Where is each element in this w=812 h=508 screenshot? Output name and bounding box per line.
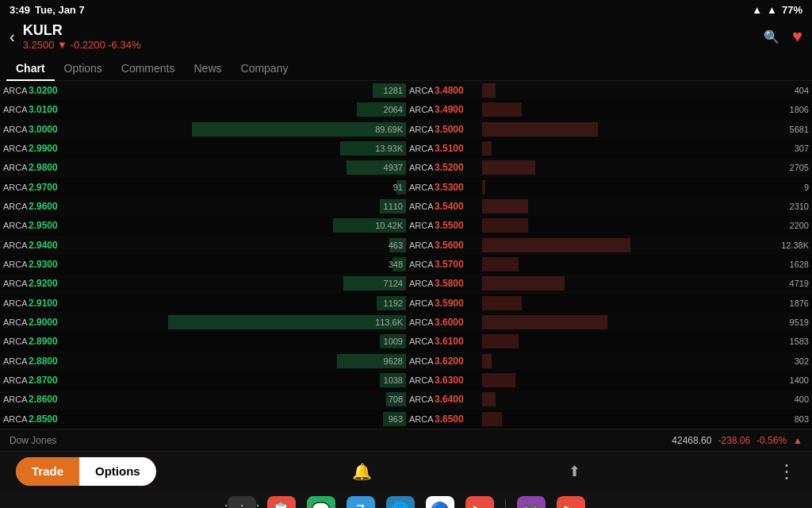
bid-exchange: ARCA [0,86,29,95]
app-chat-icon[interactable]: 💬 [307,496,335,508]
app-purple-icon[interactable]: 🎮 [517,496,546,508]
ask-bar-container: 2705 [482,158,812,177]
app-calendar-icon[interactable]: 7 [347,496,375,508]
app-browser-icon[interactable]: 🌐 [386,496,415,508]
signal-icon: ▲ [752,4,762,16]
bid-side: ARCA 3.0100 2064 [0,100,406,119]
bid-side: ARCA 2.9800 4937 [0,158,406,177]
watchlist-icon[interactable]: ♥ [792,26,802,47]
trade-options-button[interactable]: Trade Options [16,457,156,486]
bid-side: ARCA 3.0000 89.69K [0,120,406,139]
ask-bar [482,334,519,348]
bid-price: 2.9100 [29,298,76,309]
bid-bar-container: 1038 [76,371,406,390]
tab-chart[interactable]: Chart [6,57,55,81]
bid-bar-container: 2064 [76,100,406,119]
bid-side: ARCA 2.9300 348 [0,255,406,274]
ask-price: 3.5700 [435,259,482,270]
tab-options[interactable]: Options [55,57,112,81]
ask-bar [482,238,630,252]
bid-size: 10.42K [375,221,403,230]
bid-price: 2.9300 [29,259,76,270]
bid-exchange: ARCA [0,105,29,114]
order-book-row: ARCA 2.9500 10.42K ARCA 3.5500 2200 [0,216,812,235]
ask-exchange: ARCA [406,86,435,95]
order-book-row: ARCA 2.9700 91 ARCA 3.5300 9 [0,178,812,197]
bid-bar-container: 963 [76,410,406,429]
ask-price: 3.6300 [435,375,482,386]
bid-exchange: ARCA [0,241,29,250]
bid-exchange: ARCA [0,221,29,230]
ticker-price: 3.2500 ▼ -0.2200 -6.34% [23,39,141,51]
bid-exchange: ARCA [0,144,29,153]
back-button[interactable]: ‹ [10,28,15,46]
bid-side: ARCA 2.8700 1038 [0,371,406,390]
dow-value: 42468.60 [672,435,711,446]
ask-size: 9519 [790,318,809,327]
bid-exchange: ARCA [0,356,29,366]
ask-side: ARCA 3.6400 400 [406,390,812,409]
bid-bar-container: 13.93K [76,139,406,158]
share-icon[interactable]: ⬆ [569,463,580,480]
ask-bar-container: 1876 [482,294,812,313]
bell-icon[interactable]: 🔔 [352,462,372,481]
ask-price: 3.5500 [435,220,482,231]
bid-exchange: ARCA [0,279,29,288]
options-button[interactable]: Options [79,457,156,486]
bid-side: ARCA 3.0200 1281 [0,81,406,100]
ask-bar-container: 302 [482,352,812,371]
ask-price: 3.5600 [435,240,482,251]
bid-price: 3.0100 [29,104,76,115]
search-icon[interactable]: 🔍 [764,29,779,44]
order-book-row: ARCA 2.9600 1110 ARCA 3.5400 2310 [0,197,812,216]
ask-exchange: ARCA [406,414,435,424]
bid-exchange: ARCA [0,125,29,134]
ask-bar-container: 9 [482,178,812,197]
bid-size: 7124 [384,279,403,288]
ask-bar-container: 1583 [482,332,812,351]
order-book-row: ARCA 2.8700 1038 ARCA 3.6300 1400 [0,371,812,390]
bid-price: 3.0000 [29,124,76,135]
ask-bar [482,160,535,175]
tab-news[interactable]: News [185,57,232,81]
ask-bar-container: 307 [482,139,812,158]
order-book-row: ARCA 2.9200 7124 ARCA 3.5800 4719 [0,274,812,293]
wifi-icon: ▲ [767,4,777,16]
bid-price: 2.8700 [29,375,76,386]
bid-price: 2.9700 [29,182,76,193]
bid-size: 113.6K [375,318,403,327]
ask-bar-container: 2200 [482,216,812,235]
tab-comments[interactable]: Comments [112,57,185,81]
bid-size: 1009 [384,337,403,346]
more-icon[interactable]: ⋮ [777,460,796,483]
battery-level: 77% [782,4,802,16]
ask-exchange: ARCA [406,356,435,366]
status-date: Tue, Jan 7 [35,4,85,16]
app-chrome-icon[interactable]: 🔵 [426,496,454,508]
ask-size: 9 [804,183,809,192]
ask-bar [482,257,519,271]
app-video-icon[interactable]: ▶ [465,496,494,508]
ask-size: 307 [795,144,809,153]
ask-size: 2310 [790,202,809,211]
ask-bar [482,354,492,368]
order-book-row: ARCA 2.9800 4937 ARCA 3.5200 2705 [0,158,812,177]
bid-bar-container: 113.6K [76,313,406,332]
bid-price: 2.9200 [29,278,76,289]
ask-price: 3.5000 [435,124,482,135]
ask-exchange: ARCA [406,375,435,385]
tab-company[interactable]: Company [232,57,298,81]
ask-exchange: ARCA [406,260,435,269]
app-tasks-icon[interactable]: 📋 [267,496,296,508]
app-youtube-icon[interactable]: ▶ [557,496,585,508]
ask-exchange: ARCA [406,202,435,211]
ask-size: 5681 [790,125,809,134]
order-book: ARCA 3.0200 1281 ARCA 3.4800 404 ARCA 3.… [0,81,812,429]
ask-side: ARCA 3.5300 9 [406,178,812,197]
app-grid-icon[interactable]: ⋮⋮⋮ [228,496,256,508]
status-right: ▲ ▲ 77% [752,4,802,16]
ask-size: 1628 [790,260,809,269]
ask-bar-container: 2310 [482,197,812,216]
bid-exchange: ARCA [0,163,29,172]
trade-button[interactable]: Trade [16,457,79,486]
